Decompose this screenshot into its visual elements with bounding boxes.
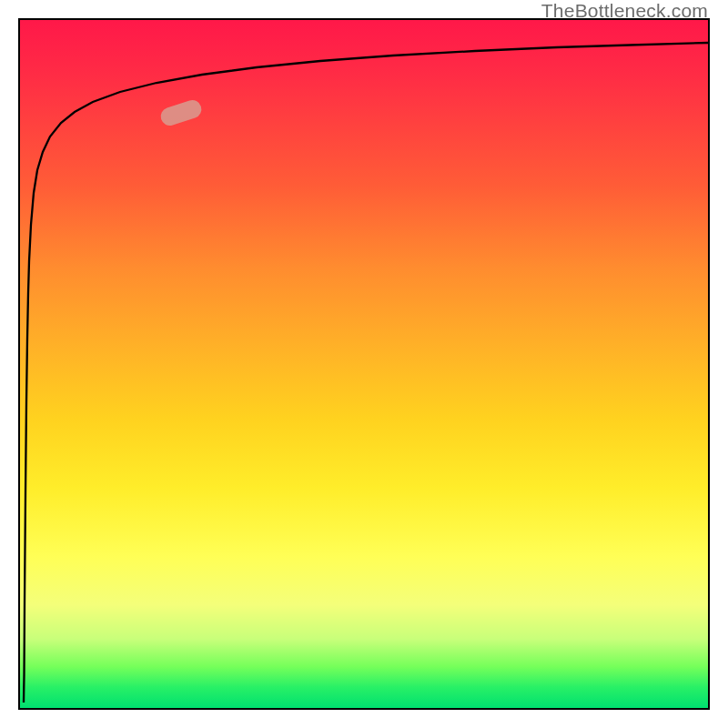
curve-svg	[20, 20, 708, 708]
chart-frame: TheBottleneck.com	[0, 0, 728, 728]
bottleneck-curve	[24, 43, 708, 703]
plot-area	[18, 18, 710, 710]
